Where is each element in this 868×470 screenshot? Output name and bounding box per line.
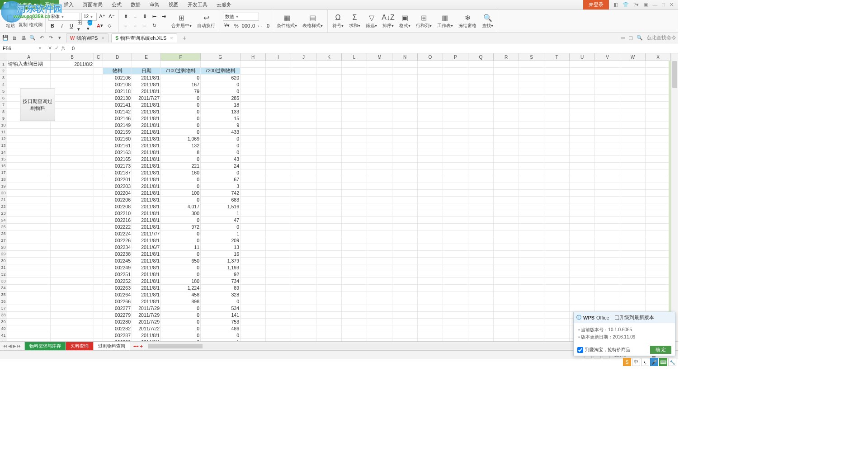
cell[interactable] xyxy=(7,156,51,163)
cell[interactable] xyxy=(620,224,646,230)
cell[interactable] xyxy=(418,95,443,102)
cell[interactable] xyxy=(367,278,392,285)
cell[interactable] xyxy=(392,258,418,264)
cell[interactable]: 0 xyxy=(161,75,201,81)
cell[interactable] xyxy=(544,122,570,129)
cell[interactable] xyxy=(342,305,367,312)
row-header[interactable]: 19 xyxy=(0,183,7,190)
cell[interactable] xyxy=(620,217,646,224)
sheet-tab-2[interactable]: 欠料查询 xyxy=(66,342,94,350)
cell[interactable] xyxy=(595,251,620,258)
cell[interactable] xyxy=(418,319,443,325)
search-icon[interactable]: 🔍 xyxy=(637,35,643,41)
cell[interactable]: 002226 xyxy=(103,237,132,244)
cell[interactable] xyxy=(544,251,570,258)
comma-button[interactable]: 000 xyxy=(242,22,250,30)
menu-3[interactable]: 公式 xyxy=(107,0,126,9)
cell[interactable] xyxy=(161,61,201,68)
cell[interactable] xyxy=(266,224,291,230)
cell[interactable] xyxy=(241,224,266,230)
cell[interactable] xyxy=(51,88,94,95)
cell[interactable] xyxy=(7,291,51,298)
cell[interactable] xyxy=(494,142,519,149)
cell[interactable] xyxy=(646,163,671,169)
row-header[interactable]: 35 xyxy=(0,291,7,298)
cell[interactable] xyxy=(7,210,51,217)
cell[interactable] xyxy=(94,285,103,291)
cell[interactable] xyxy=(316,203,342,210)
cell[interactable] xyxy=(51,68,94,75)
row-header[interactable]: 14 xyxy=(0,149,7,156)
sheet-next-icon[interactable]: ▶ xyxy=(13,343,16,348)
cell[interactable] xyxy=(646,81,671,88)
cell[interactable] xyxy=(620,203,646,210)
cell[interactable]: 0 xyxy=(161,251,201,258)
cell[interactable] xyxy=(570,278,595,285)
cell[interactable] xyxy=(342,142,367,149)
cell[interactable]: 1,069 xyxy=(161,136,201,142)
cell[interactable] xyxy=(266,183,291,190)
cell[interactable] xyxy=(494,163,519,169)
cell[interactable] xyxy=(570,102,595,108)
cell[interactable] xyxy=(241,95,266,102)
cell[interactable]: 002216 xyxy=(103,217,132,224)
cell[interactable]: 002251 xyxy=(103,271,132,278)
cell[interactable] xyxy=(595,115,620,122)
cell[interactable]: 0 xyxy=(161,325,201,332)
cell[interactable] xyxy=(241,102,266,108)
cell[interactable] xyxy=(519,129,544,136)
cell[interactable] xyxy=(291,75,316,81)
cell[interactable] xyxy=(418,305,443,312)
cell[interactable] xyxy=(443,237,468,244)
cell[interactable] xyxy=(620,68,646,75)
cell[interactable] xyxy=(620,122,646,129)
cell[interactable] xyxy=(494,237,519,244)
cell[interactable] xyxy=(570,291,595,298)
ime-punct-icon[interactable]: •, xyxy=(641,358,649,366)
cell[interactable] xyxy=(316,102,342,108)
cell[interactable] xyxy=(570,122,595,129)
cell[interactable] xyxy=(94,217,103,224)
cell[interactable] xyxy=(468,149,494,156)
cell[interactable] xyxy=(519,319,544,325)
query-button[interactable]: 按日期查询过剩物料 xyxy=(20,89,55,121)
cell[interactable]: 2011/8/1 xyxy=(132,108,161,115)
cell[interactable] xyxy=(468,163,494,169)
cell[interactable]: 3 xyxy=(201,183,241,190)
cell[interactable] xyxy=(367,203,392,210)
cell[interactable]: 160 xyxy=(161,169,201,176)
cell[interactable] xyxy=(519,176,544,183)
cell[interactable] xyxy=(7,149,51,156)
row-header[interactable]: 11 xyxy=(0,129,7,136)
menu-7[interactable]: 开发工具 xyxy=(183,0,212,9)
cell[interactable] xyxy=(646,258,671,264)
cell[interactable] xyxy=(494,332,519,339)
row-header[interactable]: 21 xyxy=(0,197,7,203)
cell[interactable] xyxy=(494,190,519,197)
cell[interactable] xyxy=(367,325,392,332)
cell[interactable] xyxy=(266,75,291,81)
cell[interactable] xyxy=(468,88,494,95)
cell[interactable]: 4,017 xyxy=(161,203,201,210)
cell[interactable] xyxy=(443,319,468,325)
cell[interactable] xyxy=(418,61,443,68)
cell[interactable] xyxy=(342,237,367,244)
cell[interactable] xyxy=(443,332,468,339)
cell[interactable] xyxy=(418,203,443,210)
cell[interactable] xyxy=(266,258,291,264)
cell[interactable] xyxy=(468,291,494,298)
cell[interactable] xyxy=(51,244,94,251)
cell[interactable] xyxy=(241,142,266,149)
cell[interactable] xyxy=(570,142,595,149)
cell[interactable] xyxy=(544,285,570,291)
cell[interactable] xyxy=(595,75,620,81)
cell[interactable]: 2011/7/27 xyxy=(132,95,161,102)
cell[interactable] xyxy=(51,176,94,183)
cell[interactable] xyxy=(519,312,544,319)
cell[interactable] xyxy=(595,95,620,102)
cell[interactable] xyxy=(392,332,418,339)
cell[interactable] xyxy=(418,176,443,183)
cell[interactable] xyxy=(392,176,418,183)
row-header[interactable]: 38 xyxy=(0,312,7,319)
cell[interactable] xyxy=(266,61,291,68)
